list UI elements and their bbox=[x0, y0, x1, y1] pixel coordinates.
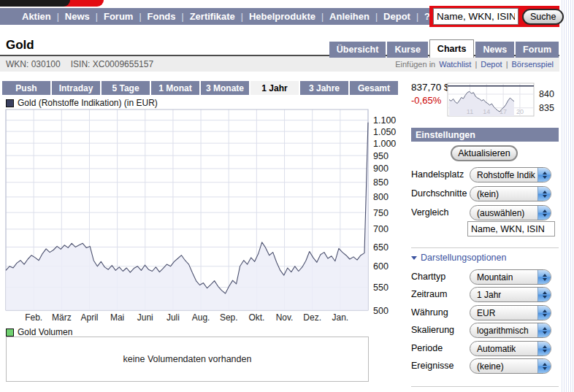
select-value: (keine) bbox=[470, 361, 504, 372]
volume-legend: Gold Volumen bbox=[6, 327, 72, 337]
volume-empty-box: keine Volumendaten vorhanden bbox=[6, 337, 369, 382]
tab-kurse[interactable]: Kurse bbox=[387, 42, 427, 58]
mini-x-label: 20 bbox=[516, 108, 524, 115]
select-stepper-icon bbox=[537, 359, 551, 373]
y-axis-label: 650 bbox=[373, 242, 389, 253]
logo-fragment[interactable] bbox=[0, 0, 70, 7]
period-push[interactable]: Push bbox=[2, 81, 50, 95]
select-value: logarithmisch bbox=[470, 326, 529, 336]
volume-legend-label: Gold Volumen bbox=[18, 327, 72, 337]
settings-row-handelsplatz: Handelsplatz Rohstoffe Indik bbox=[411, 167, 559, 183]
volume-empty-message: keine Volumendaten vorhanden bbox=[123, 354, 252, 364]
page: Aktien | News | Forum | Fonds | Zertifik… bbox=[0, 0, 574, 392]
period-3-jahre[interactable]: 3 Jahre bbox=[300, 81, 348, 95]
quote-change: -0,65% bbox=[411, 95, 441, 106]
x-axis-label: Aug. bbox=[192, 312, 210, 323]
search-input[interactable] bbox=[433, 8, 518, 25]
nav-item-depot[interactable]: Depot bbox=[383, 11, 410, 22]
y-axis-label: 1.000 bbox=[373, 139, 396, 149]
tab-charts[interactable]: Charts bbox=[429, 39, 475, 58]
search-button[interactable]: Suche bbox=[522, 9, 564, 25]
collapse-triangle-icon bbox=[411, 256, 417, 260]
link-watchlist[interactable]: Watchlist bbox=[439, 60, 471, 69]
series-swatch-icon bbox=[6, 99, 14, 107]
x-axis-label: Mai bbox=[110, 312, 124, 323]
settings-row-durchschnitte: Durchschnitte (kein) bbox=[411, 186, 559, 202]
settings-row-waehrung: Währung EUR bbox=[411, 305, 559, 321]
display-options-label: Darstellungsoptionen bbox=[421, 253, 506, 263]
insert-separator: | bbox=[506, 60, 508, 69]
period-1-monat[interactable]: 1 Monat bbox=[151, 81, 199, 95]
mini-x-label: 17 bbox=[500, 108, 507, 115]
nav-item-hebelprodukte[interactable]: Hebelprodukte bbox=[249, 11, 315, 22]
select-stepper-icon bbox=[537, 168, 551, 182]
period-intraday[interactable]: Intraday bbox=[52, 81, 100, 95]
nav-item-fonds[interactable]: Fonds bbox=[148, 11, 176, 22]
link-boersenspiel[interactable]: Börsenspiel bbox=[512, 60, 554, 69]
nav-item-aktien[interactable]: Aktien bbox=[22, 11, 51, 22]
x-axis-label: Juni bbox=[137, 312, 153, 323]
select-value: Automatik bbox=[470, 344, 516, 354]
x-axis-label: April bbox=[80, 312, 98, 323]
ereignisse-select[interactable]: (keine) bbox=[470, 358, 551, 374]
link-depot[interactable]: Depot bbox=[481, 60, 502, 69]
nav-item-forum[interactable]: Forum bbox=[104, 11, 133, 22]
handelsplatz-select[interactable]: Rohstoffe Indik bbox=[470, 167, 551, 182]
settings-row-vergleich: Vergleich (auswählen) bbox=[411, 205, 559, 221]
select-value: EUR bbox=[470, 308, 495, 318]
waehrung-label: Währung bbox=[411, 307, 448, 318]
period-gesamt[interactable]: Gesamt bbox=[350, 81, 398, 95]
quote-price: 837,70 $ bbox=[411, 82, 450, 93]
y-axis-label: 900 bbox=[373, 164, 389, 174]
tab-forum[interactable]: Forum bbox=[516, 42, 559, 58]
nav-item-news[interactable]: News bbox=[65, 11, 90, 22]
volume-swatch-icon bbox=[6, 328, 14, 337]
select-value: (auswählen) bbox=[470, 208, 524, 218]
waehrung-select[interactable]: EUR bbox=[470, 305, 551, 320]
refresh-button[interactable]: Aktualisieren bbox=[451, 145, 518, 161]
search-bar: Suche bbox=[429, 6, 559, 27]
panel-divider bbox=[411, 386, 559, 387]
select-value: (kein) bbox=[470, 189, 499, 199]
nav-separator: | bbox=[96, 12, 98, 22]
settings-row-charttyp: Charttyp Mountain bbox=[411, 269, 559, 285]
period-1-jahr[interactable]: 1 Jahr bbox=[250, 81, 299, 95]
compare-search-input[interactable] bbox=[467, 221, 555, 237]
settings-row-zeitraum: Zeitraum 1 Jahr bbox=[411, 287, 559, 303]
isin-label: ISIN: XC0009655157 bbox=[71, 59, 153, 69]
settings-panel-header: Einstellungen bbox=[411, 128, 559, 142]
nav-separator: | bbox=[139, 12, 141, 22]
select-value: Mountain bbox=[470, 272, 513, 283]
y-axis-label: 1.050 bbox=[373, 127, 396, 137]
intraday-mini-chart: 11141720840835 bbox=[446, 82, 559, 120]
nav-item-zertifikate[interactable]: Zertifikate bbox=[190, 11, 235, 22]
nav-separator: | bbox=[241, 12, 243, 22]
y-axis-label: 500 bbox=[373, 306, 389, 316]
mini-x-label: 14 bbox=[483, 108, 490, 115]
insert-separator: | bbox=[475, 60, 477, 69]
periode-select[interactable]: Automatik bbox=[470, 341, 551, 356]
select-value: Rohstoffe Indik bbox=[470, 170, 535, 180]
x-axis-label: Dez. bbox=[303, 312, 321, 323]
instrument-info-bar: WKN: 030100 ISIN: XC0009655157 Einfügen … bbox=[0, 56, 559, 72]
skalierung-select[interactable]: logarithmisch bbox=[470, 323, 551, 338]
instrument-tabs: Übersicht Kurse Charts News Forum bbox=[329, 39, 559, 58]
tab-uebersicht[interactable]: Übersicht bbox=[329, 42, 386, 58]
charttyp-select[interactable]: Mountain bbox=[470, 269, 551, 285]
durchschnitte-select[interactable]: (kein) bbox=[470, 186, 551, 201]
nav-item-anleihen[interactable]: Anleihen bbox=[329, 11, 370, 22]
display-options-toggle[interactable]: Darstellungsoptionen bbox=[411, 253, 506, 263]
main-price-chart: 1.1001.0501.0009509008508007507006506005… bbox=[1, 108, 405, 324]
y-axis-label: 550 bbox=[373, 283, 389, 293]
periode-label: Periode bbox=[411, 343, 443, 353]
vergleich-select[interactable]: (auswählen) bbox=[470, 205, 551, 220]
zeitraum-select[interactable]: 1 Jahr bbox=[470, 287, 551, 302]
y-axis-label: 700 bbox=[373, 224, 389, 234]
panel-divider bbox=[411, 247, 559, 248]
insert-prefix: Einfügen in bbox=[395, 60, 435, 69]
tab-news[interactable]: News bbox=[475, 42, 514, 58]
x-axis-label: Feb. bbox=[25, 312, 42, 323]
period-5-tage[interactable]: 5 Tage bbox=[102, 81, 150, 95]
durchschnitte-label: Durchschnitte bbox=[411, 188, 467, 199]
period-3-monate[interactable]: 3 Monate bbox=[201, 81, 249, 95]
